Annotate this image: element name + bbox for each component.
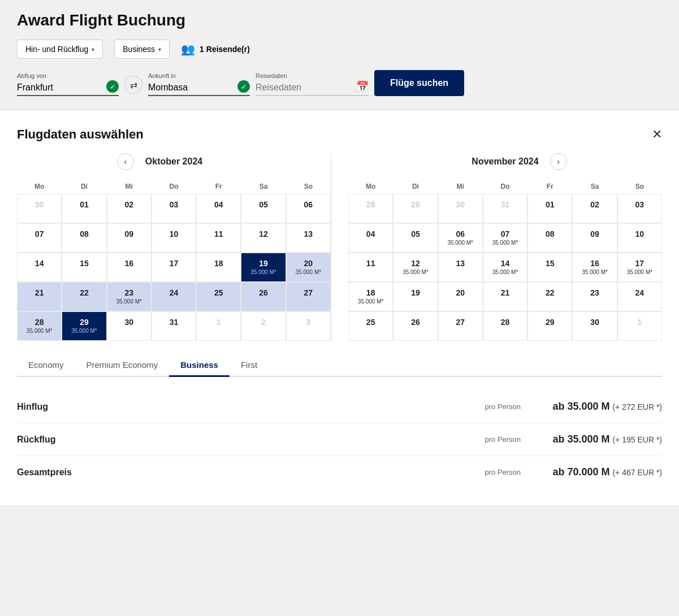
- table-row[interactable]: 27: [286, 282, 331, 311]
- trip-type-dropdown[interactable]: Hin- und Rückflug ▾: [17, 40, 103, 59]
- table-row[interactable]: 02: [107, 194, 152, 223]
- table-row[interactable]: 08: [62, 223, 106, 253]
- tab-premium-economy[interactable]: Premium Economy: [75, 354, 170, 377]
- swap-button[interactable]: ⇄: [124, 76, 142, 94]
- from-check-icon: ✓: [106, 80, 119, 93]
- table-row[interactable]: 14: [17, 253, 62, 282]
- table-row[interactable]: 0735.000 M*: [483, 223, 527, 253]
- table-row[interactable]: 1735.000 M*: [617, 253, 662, 282]
- gesamt-label: Gesamtpreis: [17, 467, 130, 478]
- table-row[interactable]: 2935.000 M*: [62, 311, 106, 341]
- tab-business[interactable]: Business: [169, 354, 230, 377]
- table-row[interactable]: 1935.000 M*: [241, 253, 286, 282]
- table-row[interactable]: 20: [438, 282, 483, 311]
- to-input[interactable]: [148, 80, 250, 96]
- table-row[interactable]: 17: [152, 253, 196, 282]
- table-row[interactable]: 30: [438, 194, 483, 223]
- cabin-dropdown[interactable]: Business ▾: [114, 40, 170, 59]
- table-row[interactable]: 24: [152, 282, 196, 311]
- table-row[interactable]: 31: [483, 194, 527, 223]
- close-button[interactable]: ✕: [652, 127, 662, 142]
- prev-month-button[interactable]: ‹: [117, 153, 134, 170]
- table-row[interactable]: 28: [483, 311, 527, 341]
- table-row[interactable]: 19: [393, 282, 438, 311]
- to-field-group: Ankunft in ✓: [148, 72, 250, 96]
- table-row[interactable]: 05: [393, 223, 438, 253]
- table-row[interactable]: 11: [196, 223, 241, 253]
- table-row[interactable]: 10: [617, 223, 662, 253]
- table-row[interactable]: 22: [62, 282, 106, 311]
- table-row[interactable]: 03: [152, 194, 196, 223]
- table-row[interactable]: 29: [393, 194, 438, 223]
- table-row[interactable]: 2335.000 M*: [107, 282, 152, 311]
- table-row[interactable]: 12: [241, 223, 286, 253]
- table-row[interactable]: 1435.000 M*: [483, 253, 527, 282]
- table-row[interactable]: 30: [107, 311, 152, 341]
- table-row[interactable]: 06: [286, 194, 331, 223]
- table-row[interactable]: 23: [572, 282, 617, 311]
- table-row[interactable]: 13: [438, 253, 483, 282]
- table-row[interactable]: 2: [241, 311, 286, 341]
- table-row[interactable]: 15: [62, 253, 106, 282]
- table-row[interactable]: 02: [572, 194, 617, 223]
- table-row[interactable]: 25: [348, 311, 393, 341]
- table-row[interactable]: 16: [107, 253, 152, 282]
- table-row[interactable]: 08: [527, 223, 572, 253]
- table-row[interactable]: 1835.000 M*: [348, 282, 393, 311]
- table-row[interactable]: 09: [107, 223, 152, 253]
- table-row[interactable]: 3: [286, 311, 331, 341]
- from-label: Abflug von: [17, 72, 119, 79]
- hinflug-per-person: pro Person: [130, 402, 538, 411]
- table-row[interactable]: 01: [527, 194, 572, 223]
- table-row[interactable]: 09: [572, 223, 617, 253]
- table-row[interactable]: 30: [17, 194, 62, 223]
- calendar-title: Flugdaten auswählen: [17, 127, 144, 142]
- table-row[interactable]: 30: [572, 311, 617, 341]
- weekday-fr: Fr: [527, 179, 572, 194]
- gesamt-row: Gesamtpreis pro Person ab 70.000 M (+ 46…: [17, 456, 662, 488]
- hinflug-amount: ab 35.000 M (+ 272 EUR *): [538, 401, 662, 413]
- search-button[interactable]: Flüge suchen: [374, 70, 464, 96]
- fields-row: Abflug von ✓ ⇄ Ankunft in ✓ Reisedaten 📅…: [17, 70, 662, 96]
- table-row[interactable]: 31: [152, 311, 196, 341]
- table-row[interactable]: 29: [527, 311, 572, 341]
- table-row[interactable]: 03: [617, 194, 662, 223]
- tab-first[interactable]: First: [230, 354, 269, 377]
- from-input[interactable]: [17, 80, 119, 96]
- table-row[interactable]: 28: [348, 194, 393, 223]
- calendar-header: Flugdaten auswählen ✕: [17, 127, 662, 142]
- table-row[interactable]: 15: [527, 253, 572, 282]
- table-row[interactable]: 05: [241, 194, 286, 223]
- table-row[interactable]: 10: [152, 223, 196, 253]
- hinflug-label: Hinflug: [17, 402, 130, 412]
- table-row[interactable]: 22: [527, 282, 572, 311]
- passengers-button[interactable]: 👥 1 Reisende(r): [181, 42, 250, 56]
- weekday-di: Di: [62, 179, 106, 194]
- table-row[interactable]: 18: [196, 253, 241, 282]
- table-row[interactable]: 1: [617, 311, 662, 341]
- table-row[interactable]: 21: [483, 282, 527, 311]
- table-row[interactable]: 2035.000 M*: [286, 253, 331, 282]
- date-input[interactable]: [256, 80, 369, 96]
- table-row[interactable]: 07: [17, 223, 62, 253]
- table-row[interactable]: 21: [17, 282, 62, 311]
- table-row[interactable]: 2835.000 M*: [17, 311, 62, 341]
- table-row[interactable]: 1: [196, 311, 241, 341]
- table-row[interactable]: 04: [196, 194, 241, 223]
- table-row[interactable]: 27: [438, 311, 483, 341]
- weekday-so: So: [286, 179, 331, 194]
- table-row[interactable]: 25: [196, 282, 241, 311]
- table-row[interactable]: 04: [348, 223, 393, 253]
- table-row[interactable]: 26: [393, 311, 438, 341]
- table-row[interactable]: 1235.000 M*: [393, 253, 438, 282]
- table-row[interactable]: 13: [286, 223, 331, 253]
- next-month-button[interactable]: ›: [550, 153, 567, 170]
- table-row[interactable]: 01: [62, 194, 106, 223]
- tab-economy[interactable]: Economy: [17, 354, 75, 377]
- table-row[interactable]: 0635.000 M*: [438, 223, 483, 253]
- table-row[interactable]: 26: [241, 282, 286, 311]
- table-row[interactable]: 1635.000 M*: [572, 253, 617, 282]
- weekday-di: Di: [393, 179, 438, 194]
- table-row[interactable]: 11: [348, 253, 393, 282]
- table-row[interactable]: 24: [617, 282, 662, 311]
